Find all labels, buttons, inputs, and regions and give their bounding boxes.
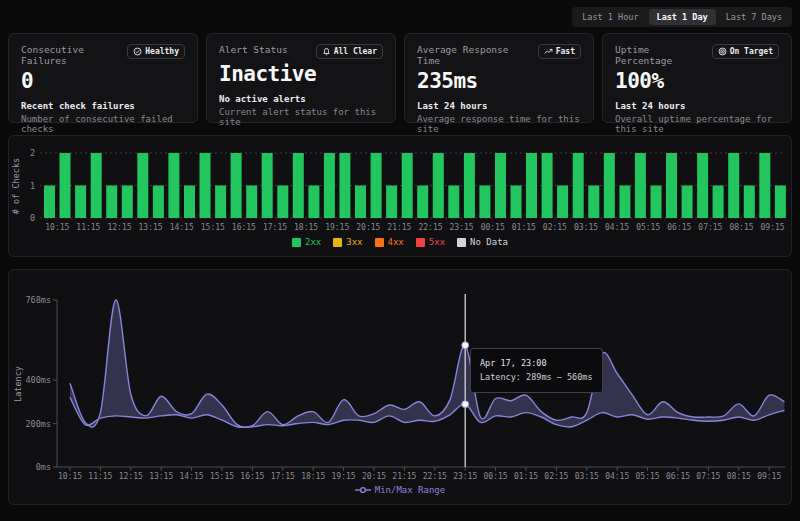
legend-item-3xx[interactable]: 3xx	[333, 237, 362, 247]
card-value: 0	[21, 69, 185, 93]
svg-text:20:15: 20:15	[362, 472, 386, 481]
time-range-button-last-7-days[interactable]: Last 7 Days	[718, 9, 790, 25]
svg-text:01:15: 01:15	[514, 472, 538, 481]
card-value: Inactive	[219, 62, 383, 86]
svg-text:15:15: 15:15	[201, 223, 225, 232]
svg-text:18:15: 18:15	[294, 223, 318, 232]
all-clear-badge: All Clear	[316, 44, 383, 59]
time-range-button-last-1-day[interactable]: Last 1 Day	[649, 9, 716, 25]
legend-item-5xx[interactable]: 5xx	[416, 237, 445, 247]
legend-swatch	[416, 238, 425, 247]
check-circle-icon	[133, 47, 142, 56]
legend-item-4xx[interactable]: 4xx	[375, 237, 404, 247]
card-subtitle: Last 24 hours	[615, 101, 779, 111]
latency-chart-panel: 0ms200ms400ms768msLatency10:1511:1512:15…	[8, 269, 792, 505]
tooltip-timestamp: Apr 17, 23:00	[480, 356, 593, 370]
svg-text:23:15: 23:15	[450, 223, 474, 232]
target-icon	[718, 47, 727, 56]
svg-text:07:15: 07:15	[698, 223, 722, 232]
svg-text:16:15: 16:15	[232, 223, 256, 232]
svg-text:16:15: 16:15	[240, 472, 264, 481]
status-code-legend: 2xx3xx4xx5xxNo Data	[9, 234, 791, 250]
legend-item-min-max-range[interactable]: Min/Max Range	[355, 485, 445, 495]
stat-card-consecutive-failures: Consecutive Failures Healthy 0 Recent ch…	[8, 33, 198, 123]
svg-text:03:15: 03:15	[575, 472, 599, 481]
card-description: Number of consecutive failed checks	[21, 114, 185, 134]
svg-text:13:15: 13:15	[139, 223, 163, 232]
stat-card-alert-status: Alert Status All Clear Inactive No activ…	[206, 33, 396, 123]
svg-text:22:15: 22:15	[418, 223, 442, 232]
svg-text:06:15: 06:15	[666, 472, 690, 481]
badge-label: All Clear	[334, 47, 377, 56]
on-target-badge: On Target	[712, 44, 779, 59]
svg-text:2: 2	[30, 148, 35, 158]
svg-text:0: 0	[30, 213, 35, 223]
badge-label: On Target	[730, 47, 773, 56]
svg-text:01:15: 01:15	[512, 223, 536, 232]
svg-text:07:15: 07:15	[696, 472, 720, 481]
svg-text:15:15: 15:15	[210, 472, 234, 481]
svg-text:13:15: 13:15	[149, 472, 173, 481]
card-description: Current alert status for this site	[219, 107, 383, 127]
legend-item-no-data[interactable]: No Data	[457, 237, 508, 247]
checks-bar-chart-panel: 012# of Checks10:1511:1512:1513:1514:151…	[8, 135, 792, 257]
badge-label: Healthy	[145, 47, 179, 56]
svg-text:17:15: 17:15	[271, 472, 295, 481]
svg-text:00:15: 00:15	[481, 223, 505, 232]
svg-text:Latency: Latency	[13, 366, 23, 402]
legend-swatch	[375, 238, 384, 247]
svg-text:20:15: 20:15	[356, 223, 380, 232]
card-title: Average Response Time	[417, 44, 534, 66]
svg-text:02:15: 02:15	[544, 472, 568, 481]
svg-text:05:15: 05:15	[636, 472, 660, 481]
svg-text:08:15: 08:15	[727, 472, 751, 481]
svg-text:03:15: 03:15	[574, 223, 598, 232]
svg-text:14:15: 14:15	[180, 472, 204, 481]
card-subtitle: Recent check failures	[21, 101, 185, 111]
svg-text:12:15: 12:15	[119, 472, 143, 481]
svg-text:11:15: 11:15	[76, 223, 100, 232]
latency-chart[interactable]: 0ms200ms400ms768msLatency10:1511:1512:15…	[9, 276, 791, 482]
svg-text:768ms: 768ms	[25, 295, 51, 305]
card-title: Alert Status	[219, 44, 288, 55]
card-value: 235ms	[417, 69, 581, 93]
svg-text:1: 1	[30, 181, 35, 191]
svg-text:10:15: 10:15	[45, 223, 69, 232]
svg-text:23:15: 23:15	[453, 472, 477, 481]
card-title: Consecutive Failures	[21, 44, 123, 66]
svg-text:22:15: 22:15	[423, 472, 447, 481]
time-range-button-last-1-hour[interactable]: Last 1 Hour	[574, 9, 646, 25]
tooltip-latency-range: Latency: 289ms – 560ms	[480, 370, 593, 384]
stat-card-uptime-percentage: Uptime Percentage On Target 100% Last 24…	[602, 33, 792, 123]
svg-text:04:15: 04:15	[605, 472, 629, 481]
legend-item-2xx[interactable]: 2xx	[292, 237, 321, 247]
svg-text:12:15: 12:15	[107, 223, 131, 232]
stat-card-average-response-time: Average Response Time Fast 235ms Last 24…	[404, 33, 594, 123]
svg-text:19:15: 19:15	[325, 223, 349, 232]
legend-swatch	[333, 238, 342, 247]
svg-text:10:15: 10:15	[58, 472, 82, 481]
bell-icon	[322, 47, 331, 56]
checks-bar-chart[interactable]: 012# of Checks10:1511:1512:1513:1514:151…	[9, 142, 791, 234]
svg-text:19:15: 19:15	[332, 472, 356, 481]
legend-swatch	[457, 238, 466, 247]
legend-swatch	[292, 238, 301, 247]
svg-text:# of Checks: # of Checks	[11, 158, 21, 214]
chart-tooltip: Apr 17, 23:00 Latency: 289ms – 560ms	[470, 348, 603, 393]
card-subtitle: No active alerts	[219, 94, 383, 104]
badge-label: Fast	[556, 47, 575, 56]
trending-up-icon	[544, 47, 553, 56]
svg-text:14:15: 14:15	[170, 223, 194, 232]
card-value: 100%	[615, 69, 779, 93]
minmax-line-icon	[355, 485, 371, 495]
fast-badge: Fast	[538, 44, 581, 59]
svg-text:21:15: 21:15	[392, 472, 416, 481]
svg-text:09:15: 09:15	[761, 223, 785, 232]
svg-text:02:15: 02:15	[543, 223, 567, 232]
card-title: Uptime Percentage	[615, 44, 708, 66]
svg-text:11:15: 11:15	[88, 472, 112, 481]
svg-text:400ms: 400ms	[25, 375, 51, 385]
svg-text:05:15: 05:15	[636, 223, 660, 232]
time-range-selector: Last 1 HourLast 1 DayLast 7 Days	[572, 7, 792, 27]
healthy-badge: Healthy	[127, 44, 185, 59]
